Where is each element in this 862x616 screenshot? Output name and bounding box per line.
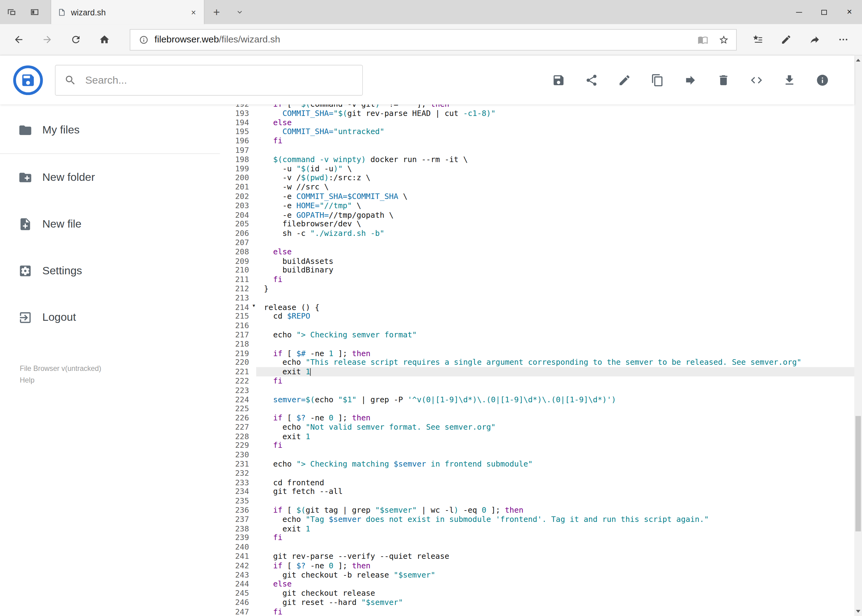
home-button[interactable]	[90, 27, 119, 52]
url-field[interactable]: filebrowser.web/files/wizard.sh	[130, 29, 737, 50]
code-line-text[interactable]	[256, 450, 854, 459]
raw-view-button[interactable]	[750, 74, 763, 87]
code-line[interactable]: 226 if [ $? -ne 0 ]; then	[220, 413, 855, 423]
code-line-text[interactable]	[256, 339, 854, 349]
code-line-text[interactable]: buildBinary	[256, 266, 854, 275]
reading-view-button[interactable]	[692, 35, 713, 45]
code-line-text[interactable]: if [ $? -ne 0 ]; then	[256, 561, 854, 570]
page-scrollbar[interactable]	[854, 55, 862, 616]
code-line-text[interactable]: -v /$(pwd):/src:z \	[256, 173, 854, 183]
code-line-text[interactable]: exit 1	[256, 432, 854, 441]
back-button[interactable]	[4, 27, 33, 52]
code-line[interactable]: 219 if [ $# -ne 1 ]; then	[220, 349, 855, 358]
code-line[interactable]: 215 cd $REPO	[220, 312, 855, 321]
code-line-text[interactable]: -e GOPATH=//tmp/gopath \	[256, 211, 854, 220]
code-line-text[interactable]	[256, 469, 854, 478]
code-line-text[interactable]: if [ $(git tag | grep "$semver" | wc -l)…	[256, 506, 854, 515]
code-line-text[interactable]: -e HOME="//tmp" \	[256, 201, 854, 211]
code-line-text[interactable]: COMMIT_SHA="untracked"	[256, 127, 854, 136]
new-tab-button[interactable]: +	[205, 0, 229, 24]
code-line-text[interactable]	[256, 542, 854, 552]
code-line[interactable]: 216	[220, 321, 855, 330]
code-line-text[interactable]: }	[256, 284, 854, 293]
code-line[interactable]: 237 echo "Tag $semver does not exist in …	[220, 515, 855, 524]
code-line-text[interactable]: if [ $# -ne 1 ]; then	[256, 349, 854, 358]
scrollbar-thumb[interactable]	[856, 416, 861, 531]
code-line-text[interactable]: else	[256, 580, 854, 589]
code-line[interactable]: 239 fi	[220, 533, 855, 542]
code-line-text[interactable]: git fetch --all	[256, 487, 854, 497]
fold-marker-icon[interactable]: ▾	[253, 303, 255, 308]
code-line-text[interactable]: $(command -v winpty) docker run --rm -it…	[256, 155, 854, 164]
code-line[interactable]: 200 -v /$(pwd):/src:z \	[220, 173, 855, 183]
sidebar-item-new-file[interactable]: New file	[0, 201, 220, 247]
code-line[interactable]: 192 if [ "$(command -v git)" != "" ]; th…	[220, 104, 855, 108]
code-line[interactable]: 218	[220, 339, 855, 349]
code-line[interactable]: 214▾release () {	[220, 303, 855, 312]
rename-button[interactable]	[618, 74, 631, 87]
sidebar-item-my-files[interactable]: My files	[0, 107, 220, 154]
browser-tab[interactable]: wizard.sh ×	[50, 0, 204, 24]
code-line[interactable]: 225	[220, 404, 855, 413]
code-line[interactable]: 247 fi	[220, 607, 855, 616]
code-line[interactable]: 203 -e HOME="//tmp" \	[220, 201, 855, 211]
code-line[interactable]: 236 if [ $(git tag | grep "$semver" | wc…	[220, 506, 855, 515]
code-line[interactable]: 195 COMMIT_SHA="untracked"	[220, 127, 855, 136]
site-info-button[interactable]	[132, 35, 154, 44]
code-line-text[interactable]: else	[256, 247, 854, 256]
code-line[interactable]: 213	[220, 293, 855, 303]
sidebar-item-new-folder[interactable]: New folder	[0, 154, 220, 201]
web-note-button[interactable]	[772, 27, 801, 52]
code-line-text[interactable]: if [ "$(command -v git)" != "" ]; then	[256, 104, 854, 108]
code-line[interactable]: 202 -e COMMIT_SHA=$COMMIT_SHA \	[220, 192, 855, 201]
code-line-text[interactable]: -w //src \	[256, 183, 854, 192]
code-line-text[interactable]: semver=$(echo "$1" | grep -P '^v(0|[1-9]…	[256, 395, 854, 404]
save-button[interactable]	[552, 74, 565, 87]
code-line[interactable]: 224 semver=$(echo "$1" | grep -P '^v(0|[…	[220, 395, 855, 404]
code-line[interactable]: 197	[220, 146, 855, 155]
code-line[interactable]: 211 fi	[220, 275, 855, 284]
code-line[interactable]: 234 git fetch --all	[220, 487, 855, 497]
code-line[interactable]: 198 $(command -v winpty) docker run --rm…	[220, 155, 855, 164]
code-line-text[interactable]: fi	[256, 441, 854, 450]
tab-list-chevron-button[interactable]	[229, 0, 251, 24]
tabs-preview-button[interactable]	[23, 0, 46, 24]
code-line-text[interactable]	[256, 404, 854, 413]
code-line[interactable]: 227 echo "Not valid semver format. See s…	[220, 423, 855, 432]
scroll-up-button[interactable]	[854, 56, 862, 64]
code-line[interactable]: 238 exit 1	[220, 524, 855, 533]
code-line[interactable]: 220 echo "This release script requires a…	[220, 358, 855, 367]
code-line-text[interactable]: git checkout -b release "$semver"	[256, 570, 854, 580]
code-line-text[interactable]: buildAssets	[256, 256, 854, 266]
tab-close-button[interactable]: ×	[189, 8, 199, 16]
refresh-button[interactable]	[61, 27, 90, 52]
code-line[interactable]: 206 sh -c "./wizard.sh -b"	[220, 229, 855, 238]
code-line[interactable]: 201 -w //src \	[220, 183, 855, 192]
code-line-text[interactable]: filebrowser/dev \	[256, 220, 854, 229]
code-line[interactable]: 245 git checkout release	[220, 589, 855, 598]
copy-button[interactable]	[651, 74, 664, 87]
code-line[interactable]: 244 else	[220, 580, 855, 589]
code-line-text[interactable]: exit 1	[256, 367, 854, 376]
close-window-button[interactable]: ×	[837, 0, 862, 24]
code-line[interactable]: 196 fi	[220, 136, 855, 146]
code-line-text[interactable]: fi	[256, 376, 854, 386]
code-line-text[interactable]: if [ $? -ne 0 ]; then	[256, 413, 854, 423]
share-button[interactable]	[585, 74, 598, 87]
code-line-text[interactable]	[256, 386, 854, 395]
favorite-star-button[interactable]	[713, 35, 734, 45]
code-line-text[interactable]: release () {	[256, 303, 854, 312]
code-line[interactable]: 208 else	[220, 247, 855, 256]
code-line[interactable]: 217 echo "> Checking semver format"	[220, 330, 855, 339]
code-line[interactable]: 204 -e GOPATH=//tmp/gopath \	[220, 211, 855, 220]
code-line-text[interactable]: -u "$(id -u)" \	[256, 164, 854, 173]
code-line[interactable]: 209 buildAssets	[220, 256, 855, 266]
code-line-text[interactable]	[256, 146, 854, 155]
set-tabs-aside-button[interactable]	[0, 0, 23, 24]
code-line-text[interactable]: git rev-parse --verify --quiet release	[256, 552, 854, 561]
code-line-text[interactable]: echo "This release script requires a sin…	[256, 358, 854, 367]
code-line-text[interactable]	[256, 497, 854, 506]
sidebar-item-logout[interactable]: Logout	[0, 294, 220, 341]
search-box[interactable]	[55, 64, 363, 95]
code-line-text[interactable]: fi	[256, 275, 854, 284]
